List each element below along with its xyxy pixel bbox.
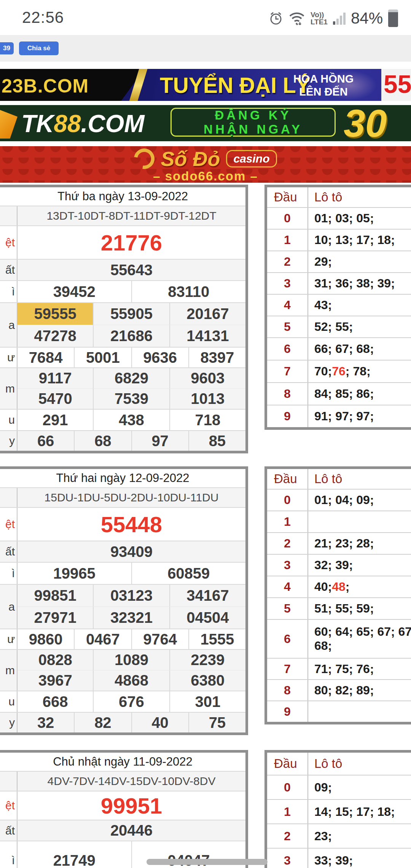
loto-header-row: Đầu Lô tô (267, 753, 411, 775)
prize-row-second: ì 19965 60859 (0, 562, 245, 584)
partial-number-button[interactable]: 39 (0, 42, 14, 54)
result-number: 03123 (93, 585, 169, 606)
loto-row: 331; 36; 38; 39; (267, 272, 411, 294)
prize-label-fragment (0, 206, 18, 225)
prize-label-fragment: a (0, 585, 18, 629)
ad-banner-tk88[interactable]: TK88.COM ĐĂNG KÝ NHẬN NGAY 30 (0, 105, 411, 141)
result-number: 8397 (188, 348, 245, 367)
result-number: 9860 (18, 629, 74, 649)
result-number: 1013 (169, 389, 245, 409)
loto-row: 440; 48; (267, 576, 411, 597)
result-number: 3967 (18, 670, 93, 691)
result-number: 34167 (169, 585, 245, 606)
loto-header: Lô tô (308, 753, 411, 775)
result-number: 6829 (93, 368, 169, 388)
prize-label-fragment: u (0, 410, 18, 430)
loto-row: 770; 76; 78; (267, 360, 411, 382)
prize-label-fragment: ư (0, 348, 18, 367)
banner-cta-line2: NHẬN NGAY (204, 122, 303, 136)
result-code: 4DV-7DV-14DV-15DV-10DV-8DV (18, 772, 245, 791)
battery-percentage: 84% (351, 9, 383, 27)
prize-label-fragment: y (0, 431, 18, 451)
alarm-icon (269, 11, 283, 26)
ad-banner-sodo-casino[interactable]: Số Đỏ casino – sodo66.com – (0, 146, 411, 183)
prize-label-fragment: ệt (0, 508, 18, 541)
special-prize-number: 99951 (18, 791, 245, 820)
banner-subtext: HOA HỒNG LÊN ĐẾN (282, 72, 365, 98)
banner-brand-name: Số Đỏ (161, 147, 220, 171)
prize-row-sixth: u 668 676 301 (0, 691, 245, 712)
result-number: 676 (93, 691, 169, 712)
banner-logo-decoration (0, 108, 18, 139)
result-number: 438 (93, 410, 169, 430)
result-number: 1089 (93, 650, 169, 670)
result-number: 97 (131, 431, 188, 451)
result-code-row: 13DT-10DT-8DT-11DT-9DT-12DT (0, 206, 245, 225)
loto-row: 1 (267, 511, 411, 532)
battery-icon (388, 10, 398, 27)
loto-header: Lô tô (308, 187, 411, 207)
prize-row-third: a 59555 55905 20167 47278 21686 14131 (0, 302, 245, 347)
result-number: 32321 (93, 607, 169, 629)
result-number: 60859 (131, 563, 246, 584)
ad-banner-23b[interactable]: 23B.COM TUYỂN ĐẠI LÝ HOA HỒNG LÊN ĐẾN 55 (0, 69, 411, 101)
loto-row: 551; 55; 59; (267, 597, 411, 619)
horizontal-scrollbar-thumb[interactable] (147, 859, 268, 865)
banner-percent-panel: 55 (381, 69, 411, 101)
result-number: 19965 (18, 563, 131, 584)
result-number: 75 (188, 713, 245, 732)
prize-row-first: ất 55643 (0, 259, 245, 280)
prize-label-fragment: ì (0, 563, 18, 584)
result-number: 04504 (169, 607, 245, 629)
loto-row: 333; 39; (267, 848, 411, 868)
prize-label-fragment: a (0, 303, 18, 347)
result-number: 9636 (131, 348, 188, 367)
status-bar: 22:56 Vo)) LTE1 84% (0, 0, 411, 35)
result-date-header: Chủ nhật ngày 11-09-2022 (0, 753, 245, 771)
loto-row: 114; 15; 17; 18; (267, 799, 411, 823)
result-number: 5470 (18, 389, 93, 409)
loto-row: 666; 67; 68; (267, 337, 411, 360)
result-number: 6380 (169, 670, 245, 691)
result-number: 66 (18, 431, 74, 451)
result-number: 7539 (93, 389, 169, 409)
loto-row: 001; 03; 05; (267, 207, 411, 229)
result-number: 7684 (18, 348, 74, 367)
banner-site-name: TK88.COM (21, 110, 145, 138)
result-code-row: 15DU-1DU-5DU-2DU-10DU-11DU (0, 487, 245, 507)
prize-label-fragment: m (0, 650, 18, 691)
result-number: 85 (188, 431, 245, 451)
result-number: 9117 (18, 368, 93, 388)
loto-header: Lô tô (308, 469, 411, 489)
loto-row: 223; (267, 823, 411, 848)
prize-row-sixth: u 291 438 718 (0, 409, 245, 430)
loto-row: 229; (267, 251, 411, 272)
result-number-highlighted: 59555 (18, 303, 93, 325)
prize-label-fragment: u (0, 691, 18, 712)
loto-row: 771; 75; 76; (267, 658, 411, 679)
prize-label-fragment: ì (0, 281, 18, 302)
result-code: 13DT-10DT-8DT-11DT-9DT-12DT (18, 206, 245, 225)
result-number: 55643 (18, 260, 245, 280)
status-icons: Vo)) LTE1 84% (269, 7, 398, 30)
loto-row: 110; 13; 17; 18; (267, 229, 411, 251)
loto-row: 221; 23; 28; (267, 532, 411, 554)
result-code-row: 4DV-7DV-14DV-15DV-10DV-8DV (0, 771, 245, 791)
loto-row: 443; (267, 294, 411, 316)
share-button[interactable]: Chia sẻ (19, 41, 59, 55)
result-number: 47278 (18, 325, 93, 347)
result-number: 0828 (18, 650, 93, 670)
prize-row-special: ệt 55448 (0, 507, 245, 541)
result-number: 40 (131, 713, 188, 732)
result-number: 27971 (18, 607, 93, 629)
loto-row: 009; (267, 775, 411, 799)
dau-header: Đầu (267, 469, 308, 489)
volte-indicator: Vo)) LTE1 (311, 11, 328, 26)
prize-row-seventh: y 66 68 97 85 (0, 430, 245, 451)
result-number: 9764 (131, 629, 188, 649)
prize-row-fourth: ư 9860 0467 9764 1555 (0, 629, 245, 649)
result-number: 83110 (131, 281, 246, 302)
result-number: 0467 (74, 629, 131, 649)
wifi-icon (288, 11, 305, 26)
special-prize-number: 55448 (18, 508, 245, 541)
